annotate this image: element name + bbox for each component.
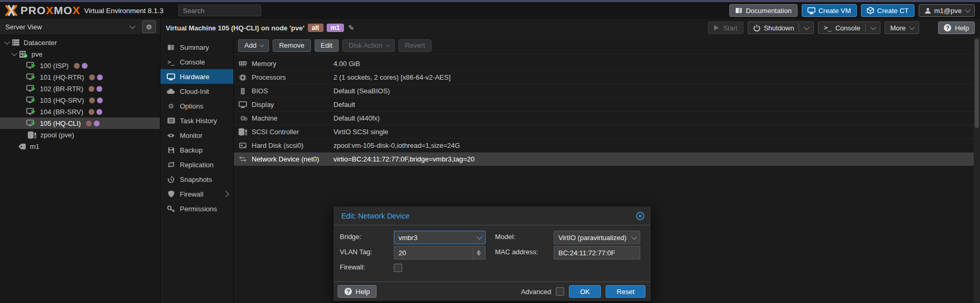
menu-item-hardware[interactable]: Hardware — [160, 69, 233, 84]
vlan-tag-label: VLAN Tag: — [340, 245, 372, 259]
hardware-row-scsi-controller[interactable]: SCSI ControllerVirtIO SCSI single — [234, 125, 974, 139]
menu-item-snapshots[interactable]: Snapshots — [160, 172, 233, 187]
remove-button[interactable]: Remove — [273, 39, 310, 52]
menu-item-task-history[interactable]: Task History — [160, 113, 233, 128]
mac-address-input[interactable]: BC:24:11:72:77:0F — [554, 246, 640, 259]
tree-item-103-hq-srv-[interactable]: 103 (HQ-SRV) — [0, 94, 160, 106]
dialog-help-button[interactable]: ? Help — [338, 285, 376, 298]
tree-item-104-br-srv-[interactable]: 104 (BR-SRV) — [0, 106, 160, 117]
proxmox-logo: PROXMOX Virtual Environment 8.1.3 — [4, 4, 164, 17]
hardware-name: Processors — [252, 73, 333, 81]
edit-tags-icon[interactable]: ✎ — [348, 24, 354, 32]
vertical-scrollbar[interactable] — [974, 37, 980, 303]
menu-item-replication[interactable]: Replication — [160, 157, 233, 172]
tree-item-105-hq-cli-[interactable]: 105 (HQ-CLI) — [0, 117, 160, 129]
hardware-value: virtio=BC:24:11:72:77:0F,bridge=vmbr3,ta… — [333, 155, 475, 163]
network-icon — [238, 156, 247, 162]
revert-button[interactable]: Revert — [399, 39, 431, 52]
mac-address-label: MAC address: — [495, 245, 538, 259]
tree-item-label: 101 (HQ-RTR) — [40, 73, 84, 81]
menu-item-backup[interactable]: Backup — [160, 143, 233, 157]
firewall-checkbox[interactable] — [394, 264, 402, 272]
edit-network-device-dialog: Edit: Network Device Bridge: vmbr3 Model… — [333, 206, 651, 301]
number-spinner[interactable] — [473, 246, 481, 259]
search-input[interactable] — [178, 5, 261, 16]
tag-dot — [96, 86, 102, 92]
eye-icon — [166, 133, 176, 138]
tree-item-100-isp-[interactable]: 100 (ISP) — [0, 60, 160, 71]
console-button[interactable]: >_ Console — [818, 21, 880, 34]
hardware-row-display[interactable]: DisplayDefault — [234, 98, 974, 112]
disk-action-button[interactable]: Disk Action — [342, 39, 395, 52]
dialog-title: Edit: Network Device — [341, 212, 410, 220]
hdd-icon — [238, 142, 247, 149]
hardware-row-memory[interactable]: Memory4.00 GiB — [234, 57, 974, 71]
menu-item-monitor[interactable]: Monitor — [160, 128, 233, 143]
vm-running-icon — [26, 108, 36, 115]
hardware-grid: Memory4.00 GiBProcessors2 (1 sockets, 2 … — [234, 55, 974, 166]
tag-dots — [72, 63, 88, 69]
tree-item-datacenter[interactable]: Datacenter — [0, 37, 160, 48]
chevron-down-icon[interactable] — [804, 24, 810, 30]
resource-sidebar: Server View ⚙ Datacenterpve100 (ISP)101 … — [0, 19, 160, 303]
edit-button[interactable]: Edit — [315, 39, 339, 52]
user-menu-button[interactable]: m1@pve — [919, 4, 975, 17]
chevron-down-icon[interactable] — [870, 24, 876, 30]
expand-caret-icon[interactable] — [4, 39, 10, 45]
vm-running-icon — [26, 62, 36, 69]
tree-item-pve[interactable]: pve — [0, 48, 160, 60]
hardware-name: Memory — [252, 60, 333, 68]
hardware-value: zpool:vm-105-disk-0,iothread=1,size=24G — [333, 142, 460, 149]
more-button[interactable]: More — [885, 21, 920, 34]
menu-item-label: Backup — [180, 146, 202, 154]
start-button[interactable]: Start — [708, 21, 743, 34]
documentation-button[interactable]: Documentation — [729, 4, 797, 17]
question-icon: ? — [944, 24, 951, 31]
hardware-row-machine[interactable]: ⚙⚙MachineDefault (i440fx) — [234, 112, 974, 125]
menu-item-cloud-init[interactable]: Cloud-Init — [160, 84, 233, 99]
menu-item-console[interactable]: >_Console — [160, 55, 233, 69]
advanced-checkbox[interactable] — [556, 287, 564, 296]
hardware-row-processors[interactable]: Processors2 (1 sockets, 2 cores) [x86-64… — [234, 71, 974, 84]
tree-item-101-hq-rtr-[interactable]: 101 (HQ-RTR) — [0, 71, 160, 83]
hardware-row-hard-disk-scsi0-[interactable]: Hard Disk (scsi0)zpool:vm-105-disk-0,iot… — [234, 139, 974, 153]
menu-item-options[interactable]: ⚙Options — [160, 99, 233, 113]
vlan-tag-input[interactable]: 20 — [394, 246, 486, 259]
gear-icon: ⚙ — [146, 23, 152, 31]
view-selector[interactable]: Server View — [0, 19, 139, 35]
menu-item-firewall[interactable]: Firewall — [160, 187, 233, 201]
menu-item-permissions[interactable]: Permissions — [160, 201, 233, 216]
menu-item-label: Replication — [180, 161, 213, 169]
menu-item-label: Hardware — [180, 73, 209, 81]
help-button[interactable]: ? Help — [938, 21, 975, 34]
menu-item-summary[interactable]: Summary — [160, 40, 233, 55]
sidebar-header: Server View ⚙ — [0, 19, 160, 35]
ok-button[interactable]: OK — [569, 285, 601, 298]
book-icon — [735, 7, 742, 14]
bridge-combo[interactable]: vmbr3 — [394, 231, 486, 244]
memory-icon — [238, 61, 247, 67]
scrollbar-thumb[interactable] — [975, 39, 979, 128]
hardware-value: VirtIO SCSI single — [333, 128, 389, 136]
add-button[interactable]: Add — [238, 39, 269, 52]
tag-dot — [89, 109, 94, 115]
close-icon[interactable] — [636, 212, 644, 220]
tree-item-102-br-rtr-[interactable]: 102 (BR-RTR) — [0, 83, 160, 94]
reset-button[interactable]: Reset — [606, 285, 645, 298]
tree-item-label: 103 (HQ-SRV) — [40, 96, 84, 104]
hardware-row-bios[interactable]: BIOSDefault (SeaBIOS) — [234, 84, 974, 98]
tree-item-zpool-pve-[interactable]: zpool (pve) — [0, 129, 160, 140]
hardware-row-network-device-net0-[interactable]: Network Device (net0)virtio=BC:24:11:72:… — [234, 153, 974, 166]
tree-item-m1[interactable]: m1 — [0, 140, 160, 152]
dialog-header[interactable]: Edit: Network Device — [333, 207, 651, 225]
gear-icon: ⚙ — [166, 102, 176, 110]
expand-caret-icon[interactable] — [12, 50, 17, 56]
shield-icon — [166, 190, 176, 198]
create-ct-button[interactable]: Create CT — [861, 4, 914, 17]
firewall-label: Firewall: — [340, 261, 365, 274]
shutdown-button[interactable]: Shutdown — [748, 21, 814, 34]
display-icon — [166, 73, 176, 80]
create-vm-button[interactable]: Create VM — [802, 4, 857, 17]
model-combo[interactable]: VirtIO (paravirtualized) — [554, 231, 640, 244]
tree-settings-button[interactable]: ⚙ — [142, 20, 156, 33]
